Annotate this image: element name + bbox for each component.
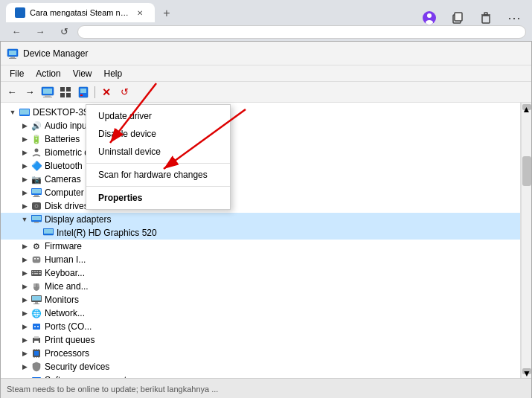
ctx-disable-device[interactable]: Disable device <box>86 125 230 143</box>
expand-mice[interactable]: ▶ <box>19 280 31 292</box>
ctx-scan-changes[interactable]: Scan for hardware changes <box>86 166 230 184</box>
expand-keyboard[interactable]: ▶ <box>19 267 31 279</box>
expand-computer[interactable]: ▶ <box>19 187 31 199</box>
display-label: Display adapters <box>45 214 111 225</box>
toolbar-back[interactable]: ← <box>4 84 20 100</box>
menu-file[interactable]: File <box>4 67 30 80</box>
svg-rect-38 <box>33 257 40 263</box>
network-label: Network... <box>45 308 85 318</box>
ctx-sep1 <box>86 163 230 164</box>
security-icon <box>31 361 42 373</box>
back-button[interactable]: ← <box>6 24 27 40</box>
scroll-down-btn[interactable]: ▼ <box>522 368 531 374</box>
scrollbar-thumb[interactable] <box>522 156 531 186</box>
ports-icon <box>31 321 42 333</box>
tree-item-monitors[interactable]: ▶ Monitors <box>1 293 520 306</box>
tree-item-processors[interactable]: ▶ Processors <box>1 347 520 360</box>
svg-rect-18 <box>60 93 65 97</box>
tree-item-intel-gpu[interactable]: ▶ Intel(R) HD Graphics 520 <box>1 226 520 240</box>
tree-item-print[interactable]: ▶ Print queues <box>1 333 520 347</box>
toolbar-forward[interactable]: → <box>22 84 38 100</box>
browser-tab-active[interactable]: Cara mengatasi Steam needs t... ✕ <box>6 3 155 22</box>
expand-monitors[interactable]: ▶ <box>19 294 31 306</box>
expand-processors[interactable]: ▶ <box>19 347 31 359</box>
biometric-icon <box>31 147 42 158</box>
expand-hid[interactable]: ▶ <box>19 254 31 266</box>
expand-root[interactable]: ▼ <box>7 106 19 118</box>
menu-help[interactable]: Help <box>98 67 129 80</box>
tree-item-network[interactable]: ▶ 🌐 Network... <box>1 306 520 320</box>
audio-icon: 🔊 <box>31 120 42 132</box>
tree-item-biometric[interactable]: ▶ Biometric devices <box>1 146 520 159</box>
svg-rect-37 <box>44 229 53 234</box>
tree-item-keyboard[interactable]: ▶ Keyboar... <box>1 266 520 280</box>
expand-cameras[interactable]: ▶ <box>19 173 31 185</box>
ctx-uninstall-device[interactable]: Uninstall device <box>86 143 230 161</box>
new-tab-button[interactable]: + <box>158 4 176 22</box>
device-manager-icon <box>7 48 19 60</box>
svg-rect-47 <box>34 273 38 275</box>
tree-item-ports[interactable]: ▶ Ports (CO... <box>1 320 520 333</box>
profile-button[interactable] <box>417 6 441 30</box>
expand-display[interactable]: ▼ <box>19 214 31 225</box>
duplicate-tab-button[interactable] <box>446 6 469 30</box>
tree-item-disk[interactable]: ▶ Disk drives <box>1 199 520 213</box>
svg-rect-14 <box>45 95 51 97</box>
expand-batteries[interactable]: ▶ <box>19 133 31 145</box>
tree-item-audio[interactable]: ▶ 🔊 Audio inputs and outputs <box>1 119 520 132</box>
browser-right-actions: ⋯ <box>411 3 532 33</box>
svg-rect-42 <box>32 271 33 272</box>
tree-item-batteries[interactable]: ▶ 🔋 Batteries <box>1 132 520 146</box>
tree-item-bluetooth[interactable]: ▶ 🔷 Bluetooth <box>1 159 520 173</box>
tree-item-hid[interactable]: ▶ Human I... <box>1 253 520 266</box>
svg-rect-71 <box>32 377 41 378</box>
menu-action[interactable]: Action <box>30 67 66 80</box>
svg-rect-64 <box>34 351 39 356</box>
forward-button[interactable]: → <box>30 24 51 40</box>
expand-print[interactable]: ▶ <box>19 334 31 346</box>
dm-toolbar: ← → ✕ ↺ <box>1 82 531 103</box>
tree-item-mice[interactable]: ▶ Mice and... <box>1 280 520 293</box>
tree-item-sw-components[interactable]: ▶ Software components <box>1 373 520 378</box>
tree-root[interactable]: ▼ DESKTOP-3SBHL22 <box>1 106 520 119</box>
tab-close-button[interactable]: ✕ <box>134 7 146 19</box>
tree-item-computer[interactable]: ▶ Computer <box>1 186 520 199</box>
ctx-update-driver[interactable]: Update driver <box>86 107 230 125</box>
processors-label: Processors <box>45 348 89 359</box>
expand-audio[interactable]: ▶ <box>19 120 31 132</box>
tree-item-firmware[interactable]: ▶ ⚙ Firmware <box>1 240 520 253</box>
firmware-label: Firmware <box>45 241 82 251</box>
expand-ports[interactable]: ▶ <box>19 321 31 333</box>
toolbar-pc[interactable] <box>39 84 56 100</box>
disk-icon <box>31 200 42 212</box>
tree-scrollbar[interactable]: ▲ ▼ <box>521 103 531 378</box>
more-options-button[interactable]: ⋯ <box>502 6 526 30</box>
toolbar-red-x[interactable]: ✕ <box>98 84 115 100</box>
scroll-up-btn[interactable]: ▲ <box>522 104 531 110</box>
toolbar-scan[interactable] <box>75 84 92 100</box>
expand-biometric[interactable]: ▶ <box>19 147 31 158</box>
svg-rect-40 <box>37 258 39 260</box>
sw-components-icon <box>31 374 42 378</box>
toolbar-refresh[interactable]: ↺ <box>116 84 132 100</box>
tree-item-cameras[interactable]: ▶ 📷 Cameras <box>1 173 520 186</box>
menu-view[interactable]: View <box>67 67 98 80</box>
expand-firmware[interactable]: ▶ <box>19 240 31 252</box>
delete-button[interactable] <box>474 6 498 30</box>
dm-tree[interactable]: ▼ DESKTOP-3SBHL22 ▶ 🔊 Audio inputs and o… <box>1 103 521 378</box>
expand-disk[interactable]: ▶ <box>19 200 31 212</box>
expand-bluetooth[interactable]: ▶ <box>19 160 31 172</box>
intel-gpu-icon <box>42 227 54 239</box>
svg-rect-19 <box>66 93 71 97</box>
refresh-button[interactable]: ↺ <box>54 24 74 40</box>
monitors-label: Monitors <box>45 295 79 305</box>
expand-security[interactable]: ▶ <box>19 361 31 373</box>
tree-item-security[interactable]: ▶ Security devices <box>1 360 520 373</box>
root-icon <box>19 106 31 118</box>
svg-rect-54 <box>32 296 41 301</box>
expand-network[interactable]: ▶ <box>19 307 31 319</box>
tree-item-display[interactable]: ▼ Display adapters <box>1 213 520 226</box>
ctx-properties[interactable]: Properties <box>86 189 230 207</box>
toolbar-grid[interactable] <box>57 84 74 100</box>
expand-sw-components[interactable]: ▶ <box>19 374 31 378</box>
